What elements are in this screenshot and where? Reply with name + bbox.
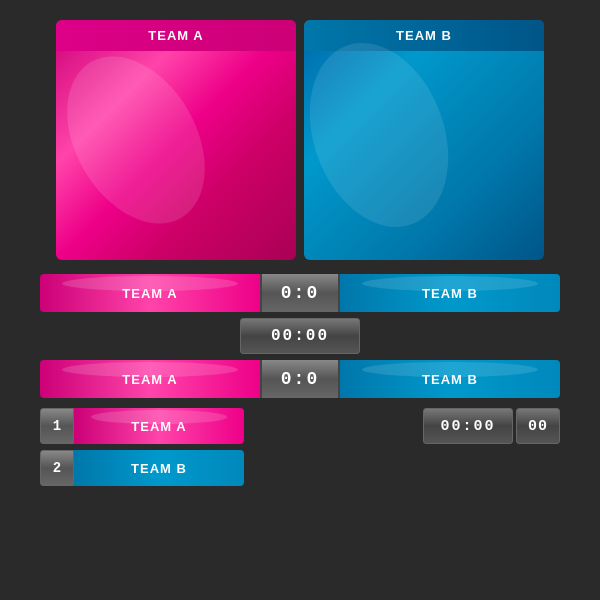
score-value-2: 0:0 xyxy=(281,369,319,389)
score-display-2: 0:0 xyxy=(260,360,340,398)
ticker-team-b-label: TEAM B xyxy=(131,461,187,476)
team-bar-a-2: TEAM A xyxy=(40,360,260,398)
team-bar-b-1: TEAM B xyxy=(340,274,560,312)
score-row-1: TEAM A 0:0 TEAM B xyxy=(40,274,560,312)
ticker-number-value-1: 1 xyxy=(53,418,61,434)
score-row1-team-a-label: TEAM A xyxy=(122,286,177,301)
ticker-extra-1: 00 xyxy=(516,408,560,444)
ticker-num-2: 2 xyxy=(40,450,74,486)
ticker-section-1: 1 TEAM A 00:00 00 xyxy=(40,408,560,444)
card-label-team-b: TEAM B xyxy=(396,28,452,43)
timer-value-1: 00:00 xyxy=(271,327,329,345)
ticker-num-1: 1 xyxy=(40,408,74,444)
team-bar-b-2: TEAM B xyxy=(340,360,560,398)
card-header-team-b: TEAM B xyxy=(304,20,544,51)
timer-display-1: 00:00 xyxy=(240,318,360,354)
ticker-timer-group-1: 00:00 00 xyxy=(423,408,560,444)
card-label-team-a: TEAM A xyxy=(148,28,203,43)
ticker-timer-1: 00:00 xyxy=(423,408,513,444)
score-value-1: 0:0 xyxy=(281,283,319,303)
score-row1-team-b-label: TEAM B xyxy=(422,286,478,301)
ticker-team-a-label: TEAM A xyxy=(131,419,186,434)
score-display-1: 0:0 xyxy=(260,274,340,312)
card-header-team-a: TEAM A xyxy=(56,20,296,51)
timer-row-1: 00:00 xyxy=(40,318,560,354)
score-row-2: TEAM A 0:0 TEAM B xyxy=(40,360,560,398)
ticker-number-value-2: 2 xyxy=(53,460,61,476)
ticker-timer-value-1: 00:00 xyxy=(440,418,495,435)
score-row2-team-b-label: TEAM B xyxy=(422,372,478,387)
ticker-section-2: 2 TEAM B xyxy=(40,450,560,486)
ticker-left-1: 1 TEAM A xyxy=(40,408,244,444)
ticker-left-2: 2 TEAM B xyxy=(40,450,244,486)
ticker-extra-value-1: 00 xyxy=(528,418,548,435)
ticker-name-team-a: TEAM A xyxy=(74,408,244,444)
cards-section: TEAM A TEAM B xyxy=(40,20,560,260)
ticker-name-team-b: TEAM B xyxy=(74,450,244,486)
team-card-a: TEAM A xyxy=(56,20,296,260)
team-bar-a-1: TEAM A xyxy=(40,274,260,312)
score-row2-team-a-label: TEAM A xyxy=(122,372,177,387)
team-card-b: TEAM B xyxy=(304,20,544,260)
